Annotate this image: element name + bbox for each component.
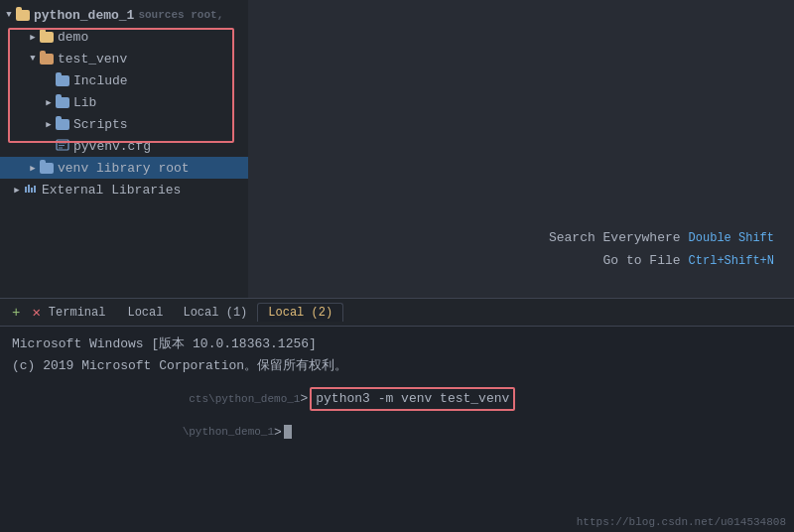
go-to-file-label: Go to File: [603, 253, 681, 268]
terminal-tab-local-2[interactable]: Local (2): [257, 303, 343, 322]
go-to-file-key: Ctrl+Shift+N: [689, 254, 774, 268]
sidebar-item-include[interactable]: ▶ Include: [0, 69, 248, 91]
sidebar-item-demo[interactable]: ▶ demo: [0, 26, 248, 48]
lib-label: Lib: [73, 95, 96, 110]
term-line-1: Microsoft Windows [版本 10.0.18363.1256]: [12, 334, 782, 354]
ide-area: ▼ python_demo_1 sources root, ▶ demo ▼ t…: [0, 0, 794, 298]
pyvenv-label: pyvenv.cfg: [73, 139, 151, 154]
terminal-tab-local-1[interactable]: Local (1): [173, 304, 257, 322]
sidebar-item-test-venv[interactable]: ▼ test_venv: [0, 48, 248, 69]
terminal-add-button[interactable]: +: [8, 305, 24, 321]
terminal-header: + ✕ Terminal Local Local (1) Local (2): [0, 299, 794, 327]
editor-area: Search Everywhere Double Shift Go to Fil…: [248, 0, 794, 298]
term-line-3: [12, 377, 782, 385]
scripts-arrow: ▶: [44, 119, 54, 130]
term-line-2: (c) 2019 Microsoft Corporation。保留所有权利。: [12, 356, 782, 376]
sidebar-item-ext-libs[interactable]: ▶ External Libraries: [0, 179, 248, 200]
scripts-label: Scripts: [73, 117, 128, 132]
venv-lib-label: venv library root: [58, 161, 190, 176]
terminal-area: + ✕ Terminal Local Local (1) Local (2) M…: [0, 298, 794, 532]
term-path-1: cts\python_demo_1: [12, 391, 300, 408]
demo-folder-icon: [40, 32, 54, 43]
svg-rect-7: [34, 186, 36, 193]
venv-lib-arrow: ▶: [28, 163, 38, 174]
project-arrow: ▼: [4, 10, 14, 20]
svg-rect-6: [31, 188, 33, 193]
term-text-1: Microsoft Windows [版本 10.0.18363.1256]: [12, 334, 317, 354]
test-venv-folder-icon: [40, 54, 54, 65]
bottom-bar: https://blog.csdn.net/u014534808: [0, 512, 794, 532]
sidebar-item-scripts[interactable]: ▶ Scripts: [0, 113, 248, 135]
term-command-highlight: python3 -m venv test_venv: [310, 387, 515, 411]
ext-libs-icon: [24, 183, 38, 197]
sidebar-item-pyvenv[interactable]: ▶ pyvenv.cfg: [0, 135, 248, 157]
pyvenv-icon: [56, 138, 69, 152]
terminal-body: Microsoft Windows [版本 10.0.18363.1256] (…: [0, 327, 794, 512]
svg-rect-4: [25, 187, 27, 193]
term-line-5: [12, 413, 782, 421]
terminal-title: Terminal: [49, 306, 106, 320]
project-folder-icon: [16, 10, 30, 21]
csdn-watermark: https://blog.csdn.net/u014534808: [577, 516, 786, 528]
test-venv-arrow: ▼: [28, 54, 38, 64]
sidebar-item-lib[interactable]: ▶ Lib: [0, 91, 248, 113]
scripts-folder-icon: [56, 119, 69, 130]
terminal-close-button[interactable]: ✕: [28, 304, 44, 321]
search-everywhere-item: Search Everywhere Double Shift: [549, 230, 774, 245]
project-name: python_demo_1: [34, 8, 134, 23]
svg-rect-0: [57, 140, 68, 150]
term-path-2: \python_demo_1: [12, 424, 274, 441]
lib-arrow: ▶: [44, 97, 54, 108]
ext-libs-label: External Libraries: [42, 183, 181, 198]
demo-label: demo: [58, 30, 88, 45]
demo-arrow: ▶: [28, 32, 38, 43]
search-everywhere-label: Search Everywhere: [549, 230, 681, 245]
include-label: Include: [73, 73, 128, 88]
term-text-2: (c) 2019 Microsoft Corporation。保留所有权利。: [12, 356, 347, 376]
term-prompt-2: >: [274, 423, 282, 443]
quick-actions: Search Everywhere Double Shift Go to Fil…: [549, 230, 774, 268]
go-to-file-item: Go to File Ctrl+Shift+N: [603, 253, 774, 268]
venv-lib-folder-icon: [40, 163, 54, 174]
terminal-tabs: Local Local (1) Local (2): [117, 303, 343, 322]
search-everywhere-key: Double Shift: [689, 231, 774, 245]
term-line-4: cts\python_demo_1 > python3 -m venv test…: [12, 387, 782, 411]
svg-rect-5: [28, 185, 30, 193]
test-venv-label: test_venv: [58, 52, 127, 66]
lib-folder-icon: [56, 97, 69, 108]
file-tree: ▼ python_demo_1 sources root, ▶ demo ▼ t…: [0, 0, 248, 298]
term-line-6: \python_demo_1 >: [12, 423, 782, 443]
include-folder-icon: [56, 75, 69, 86]
terminal-tab-local[interactable]: Local: [117, 304, 173, 322]
sidebar-item-venv-lib-root[interactable]: ▶ venv library root: [0, 157, 248, 179]
project-subtitle: sources root,: [138, 9, 223, 21]
project-root[interactable]: ▼ python_demo_1 sources root,: [0, 4, 248, 26]
term-cursor: [284, 425, 292, 439]
ext-libs-arrow: ▶: [12, 185, 22, 196]
term-prompt-1: >: [300, 389, 308, 409]
